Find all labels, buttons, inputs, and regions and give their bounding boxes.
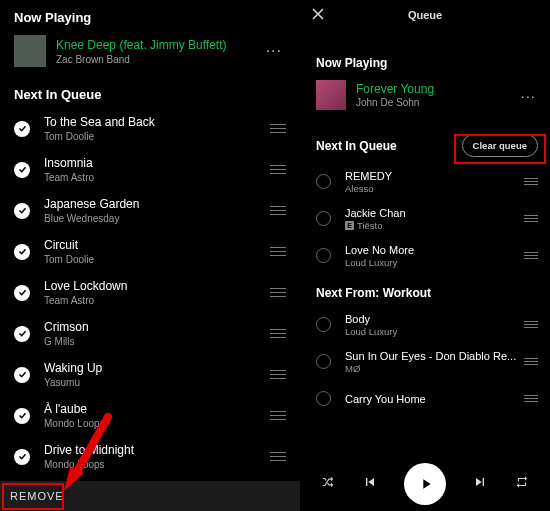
explicit-badge: E <box>345 221 354 230</box>
next-button[interactable] <box>472 474 488 494</box>
r-queue-list: REMEDYAlessoJackie ChanETiëstoLove No Mo… <box>300 163 550 274</box>
row-text: CircuitTom Doolie <box>44 238 268 265</box>
row-artist: Mondo Loops <box>44 459 268 470</box>
row-artist: Blue Wednesday <box>44 213 268 224</box>
row-title: Drive to Midnight <box>44 443 268 457</box>
check-icon[interactable] <box>14 203 30 219</box>
check-icon[interactable] <box>14 244 30 260</box>
drag-handle-icon[interactable] <box>268 452 286 462</box>
more-icon[interactable]: ··· <box>262 42 286 60</box>
track-artist: Zac Brown Band <box>56 54 262 65</box>
now-playing-row[interactable]: Knee Deep (feat. Jimmy Buffett) Zac Brow… <box>0 31 300 77</box>
player-bar <box>300 457 550 511</box>
row-title: À l'aube <box>44 402 268 416</box>
row-title: REMEDY <box>345 170 524 182</box>
repeat-button[interactable] <box>515 475 529 493</box>
select-circle[interactable] <box>316 211 331 226</box>
row-artist: Loud Luxury <box>345 257 524 268</box>
drag-handle-icon[interactable] <box>524 215 538 223</box>
drag-handle-icon[interactable] <box>524 321 538 329</box>
row-title: Waking Up <box>44 361 268 375</box>
next-in-queue-header: Next In Queue <box>0 77 300 108</box>
drag-handle-icon[interactable] <box>268 370 286 380</box>
queue-row[interactable]: InsomniaTeam Astro <box>0 149 300 190</box>
row-text: BodyLoud Luxury <box>345 313 524 337</box>
drag-handle-icon[interactable] <box>524 252 538 260</box>
check-icon[interactable] <box>14 449 30 465</box>
drag-handle-icon[interactable] <box>268 411 286 421</box>
check-icon[interactable] <box>14 285 30 301</box>
clear-queue-button[interactable]: Clear queue <box>462 134 538 157</box>
check-icon[interactable] <box>14 162 30 178</box>
queue-row[interactable]: CrimsonG Mills <box>0 313 300 354</box>
play-button[interactable] <box>404 463 446 505</box>
previous-button[interactable] <box>362 474 378 494</box>
drag-handle-icon[interactable] <box>268 247 286 257</box>
queue-row[interactable]: Japanese GardenBlue Wednesday <box>0 190 300 231</box>
drag-handle-icon[interactable] <box>524 178 538 186</box>
queue-row[interactable]: Sun In Our Eyes - Don Diablo Re...MØ <box>300 343 550 380</box>
drag-handle-icon[interactable] <box>268 124 286 134</box>
queue-row[interactable]: REMEDYAlesso <box>300 163 550 200</box>
row-title: Carry You Home <box>345 393 524 405</box>
close-icon[interactable] <box>312 7 330 23</box>
queue-row[interactable]: Jackie ChanETiësto <box>300 200 550 237</box>
drag-handle-icon[interactable] <box>524 358 538 366</box>
row-title: Sun In Our Eyes - Don Diablo Re... <box>345 350 524 362</box>
row-text: InsomniaTeam Astro <box>44 156 268 183</box>
queue-row[interactable]: Drive to MidnightMondo Loops <box>0 436 300 477</box>
next-in-queue-label: Next In Queue <box>316 139 397 153</box>
row-title: Crimson <box>44 320 268 334</box>
queue-row[interactable]: BodyLoud Luxury <box>300 306 550 343</box>
check-icon[interactable] <box>14 367 30 383</box>
check-icon[interactable] <box>14 326 30 342</box>
drag-handle-icon[interactable] <box>524 395 538 403</box>
row-text: Carry You Home <box>345 393 524 405</box>
r-queue-header: Next In Queue Clear queue <box>300 116 550 163</box>
row-text: Sun In Our Eyes - Don Diablo Re...MØ <box>345 350 524 374</box>
row-artist: MØ <box>345 363 524 374</box>
row-text: Japanese GardenBlue Wednesday <box>44 197 268 224</box>
row-artist: Alesso <box>345 183 524 194</box>
row-text: Love No MoreLoud Luxury <box>345 244 524 268</box>
drag-handle-icon[interactable] <box>268 288 286 298</box>
select-circle[interactable] <box>316 391 331 406</box>
now-playing-header: Now Playing <box>0 0 300 31</box>
check-icon[interactable] <box>14 408 30 424</box>
select-circle[interactable] <box>316 174 331 189</box>
album-art <box>14 35 46 67</box>
check-icon[interactable] <box>14 121 30 137</box>
queue-row[interactable]: To the Sea and BackTom Doolie <box>0 108 300 149</box>
row-title: Insomnia <box>44 156 268 170</box>
right-pane: Queue Now Playing Forever Young John De … <box>300 0 550 511</box>
row-title: Japanese Garden <box>44 197 268 211</box>
drag-handle-icon[interactable] <box>268 165 286 175</box>
row-artist: Yasumu <box>44 377 268 388</box>
next-from-header: Next From: Workout <box>300 274 550 306</box>
row-artist: ETiësto <box>345 220 524 231</box>
row-title: Circuit <box>44 238 268 252</box>
row-title: To the Sea and Back <box>44 115 268 129</box>
queue-row[interactable]: CircuitTom Doolie <box>0 231 300 272</box>
track-artist: John De Sohn <box>356 97 518 108</box>
select-circle[interactable] <box>316 317 331 332</box>
r-now-playing-row[interactable]: Forever Young John De Sohn ··· <box>300 76 550 116</box>
select-circle[interactable] <box>316 248 331 263</box>
r-nextfrom-list: BodyLoud LuxurySun In Our Eyes - Don Dia… <box>300 306 550 417</box>
more-icon[interactable]: ··· <box>518 87 538 104</box>
queue-row[interactable]: Love No MoreLoud Luxury <box>300 237 550 274</box>
row-artist: Mondo Loops <box>44 418 268 429</box>
queue-row[interactable]: Waking UpYasumu <box>0 354 300 395</box>
select-circle[interactable] <box>316 354 331 369</box>
queue-header-bar: Queue <box>300 0 550 26</box>
shuffle-button[interactable] <box>321 475 335 493</box>
remove-button[interactable]: REMOVE <box>10 490 64 502</box>
drag-handle-icon[interactable] <box>268 329 286 339</box>
queue-row[interactable]: Love LockdownTeam Astro <box>0 272 300 313</box>
drag-handle-icon[interactable] <box>268 206 286 216</box>
queue-title: Queue <box>408 9 442 21</box>
track-title: Knee Deep (feat. Jimmy Buffett) <box>56 38 262 52</box>
queue-row[interactable]: À l'aubeMondo Loops <box>0 395 300 436</box>
queue-row[interactable]: Carry You Home <box>300 380 550 417</box>
row-text: Jackie ChanETiësto <box>345 207 524 231</box>
